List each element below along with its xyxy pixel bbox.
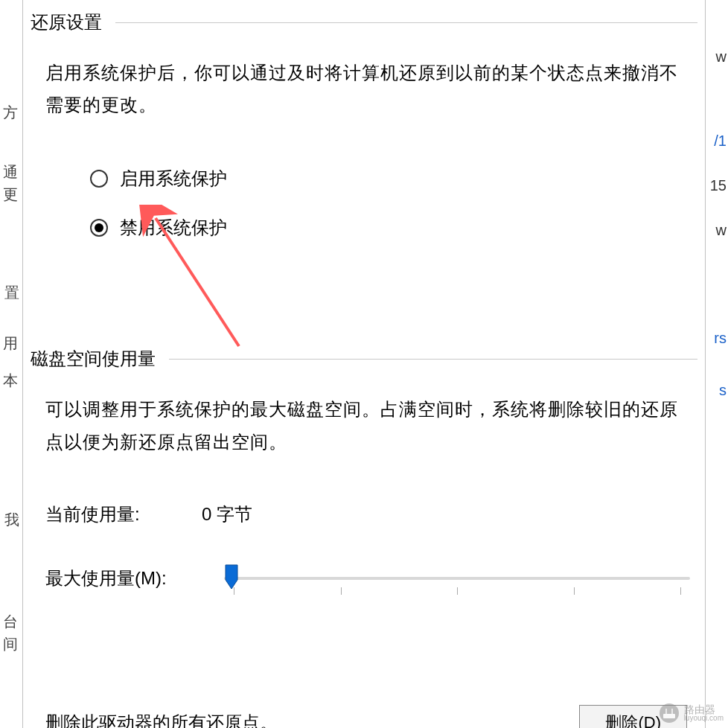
radio-enable-protection[interactable]: 启用系统保护 bbox=[90, 167, 705, 191]
restore-title: 还原设置 bbox=[31, 10, 102, 34]
max-usage-label: 最大使用量(M): bbox=[45, 566, 202, 590]
system-protection-panel: 还原设置 启用系统保护后，你可以通过及时将计算机还原到以前的某个状态点来撤消不需… bbox=[22, 0, 706, 728]
radio-disable-label: 禁用系统保护 bbox=[120, 216, 227, 240]
current-usage-row: 当前使用量: 0 字节 bbox=[23, 502, 705, 526]
current-usage-value: 0 字节 bbox=[202, 502, 252, 526]
protection-radio-group: 启用系统保护 禁用系统保护 bbox=[23, 128, 705, 272]
slider-thumb[interactable] bbox=[224, 563, 239, 590]
disk-description: 可以调整用于系统保护的最大磁盘空间。占满空间时，系统将删除较旧的还原点以便为新还… bbox=[23, 371, 705, 464]
divider bbox=[115, 22, 697, 23]
current-usage-label: 当前使用量: bbox=[45, 502, 202, 526]
radio-icon bbox=[90, 170, 108, 188]
background-left-edge: 方 通 更 置 用 本 我 台 间 bbox=[0, 0, 22, 728]
divider bbox=[169, 359, 697, 360]
watermark-brand: 路由器 bbox=[684, 704, 724, 715]
watermark-url: luyouqi.com bbox=[684, 715, 724, 722]
background-right-edge: w /1 15 w rs s bbox=[706, 0, 728, 728]
svg-rect-2 bbox=[663, 714, 675, 718]
delete-row: 删除此驱动器的所有还原点。 删除(D) bbox=[23, 705, 705, 728]
radio-icon bbox=[90, 219, 108, 237]
radio-disable-protection[interactable]: 禁用系统保护 bbox=[90, 216, 705, 240]
watermark: 路由器 luyouqi.com bbox=[659, 703, 724, 724]
max-usage-row: 最大使用量(M): bbox=[23, 563, 705, 593]
disk-section-header: 磁盘空间使用量 bbox=[23, 347, 705, 371]
router-icon bbox=[659, 703, 680, 724]
max-usage-slider[interactable] bbox=[224, 563, 690, 593]
restore-section-header: 还原设置 bbox=[23, 10, 705, 34]
svg-point-1 bbox=[660, 703, 679, 723]
restore-description: 启用系统保护后，你可以通过及时将计算机还原到以前的某个状态点来撤消不需要的更改。 bbox=[23, 34, 705, 128]
delete-description: 删除此驱动器的所有还原点。 bbox=[45, 711, 278, 728]
radio-enable-label: 启用系统保护 bbox=[120, 167, 227, 191]
slider-track-line bbox=[224, 577, 690, 580]
disk-title: 磁盘空间使用量 bbox=[31, 347, 156, 371]
